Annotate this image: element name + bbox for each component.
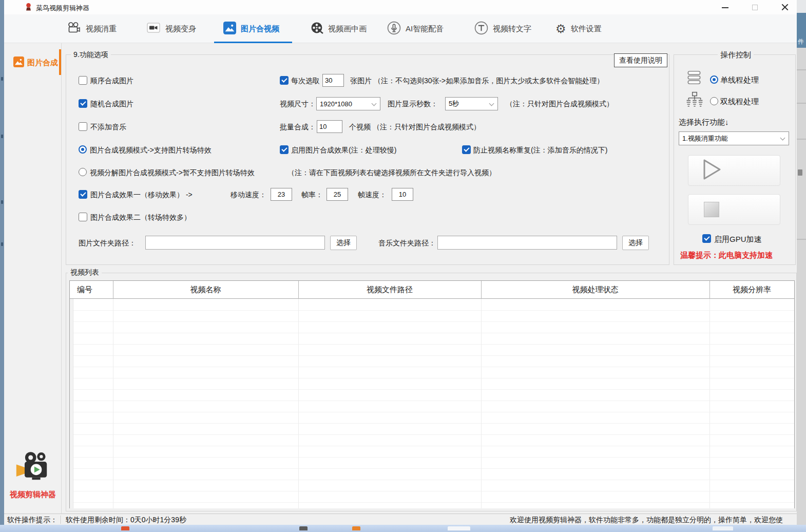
stop-button[interactable] [688, 194, 780, 225]
music-folder-choose-button[interactable]: 选择 [622, 236, 649, 250]
video-size-label: 视频尺寸： [280, 100, 316, 109]
pick-count-note: 张图片 （注：不勾选则30张->如果添加音乐，图片太少或太多软件会智能处理） [350, 77, 604, 86]
video-table-body[interactable] [70, 299, 794, 508]
checkbox-sequential-label[interactable]: 顺序合成图片 [90, 77, 133, 86]
taskbar-icon[interactable] [121, 526, 129, 530]
tab-video-dedupe[interactable]: 视频消重 [67, 14, 117, 43]
video-size-select[interactable]: 1920*1080 [316, 97, 380, 110]
checkbox-sequential[interactable] [79, 76, 87, 85]
music-folder-input[interactable] [437, 236, 617, 250]
start-button[interactable] [688, 155, 780, 186]
frame-rate-input[interactable] [327, 188, 348, 201]
control-group-title: 操作控制 [718, 50, 754, 60]
row-header-strip [70, 281, 73, 508]
checkbox-effect-one-label[interactable]: 图片合成效果一（移动效果） -> [90, 191, 193, 200]
radio-single-thread[interactable] [710, 75, 718, 84]
batch-note: 个视频 （注：只针对图片合成视频模式） [349, 123, 481, 132]
maximize-button[interactable] [744, 0, 766, 14]
checkbox-effect-two-label[interactable]: 图片合成效果二（转场特效多） [90, 213, 191, 222]
video-size-note: （注：只针对图片合成视频模式） [506, 100, 613, 109]
tab-video-transform[interactable]: 视频变身 [146, 14, 196, 43]
options-group-title: 9.功能选项 [71, 50, 111, 60]
window-title: 菜鸟视频剪辑神器 [36, 4, 89, 13]
checkbox-gpu-label[interactable]: 启用GPU加速 [714, 235, 762, 244]
taskbar[interactable] [0, 525, 806, 532]
image-seconds-label: 图片显示秒数： [388, 100, 438, 109]
radio-image-mode-label[interactable]: 图片合成视频模式->支持图片转场特效 [90, 146, 212, 155]
active-tab-underline [214, 42, 292, 43]
help-button[interactable]: 查看使用说明 [614, 53, 667, 67]
radio-dual-thread-label[interactable]: 双线程处理 [720, 97, 759, 107]
video-table[interactable]: 编号 视频名称 视频文件路径 视频处理状态 视频分辨率 [69, 280, 795, 508]
radio-video-decompose-mode[interactable] [79, 168, 87, 176]
checkbox-enable-effect[interactable] [280, 145, 289, 154]
move-speed-label: 移动速度： [231, 191, 266, 200]
tab-video-to-text[interactable]: 视频转文字 [474, 14, 531, 43]
frame-speed-label: 帧速度： [358, 191, 387, 200]
checkbox-random-label[interactable]: 随机合成图片 [90, 100, 133, 109]
col-header-resolution[interactable]: 视频分辨率 [709, 285, 794, 295]
status-divider [61, 516, 61, 524]
tab-label: 软件设置 [571, 24, 602, 34]
col-header-status[interactable]: 视频处理状态 [481, 285, 709, 295]
pick-count-input[interactable] [322, 74, 344, 87]
frame-rate-label: 帧率： [301, 191, 323, 200]
radio-video-decompose-label[interactable]: 视频分解图片合成视频模式->暂不支持图片转场特效 [90, 168, 255, 178]
picture-icon [223, 22, 236, 36]
checkbox-prevent-duplicate[interactable] [462, 145, 471, 154]
tab-settings[interactable]: ⚙ 软件设置 [555, 14, 602, 43]
col-header-name[interactable]: 视频名称 [113, 285, 298, 295]
checkbox-no-music[interactable] [79, 122, 87, 131]
hierarchy-tree-icon [686, 91, 703, 110]
app-logo-icon [25, 3, 32, 13]
radio-dual-thread[interactable] [710, 97, 718, 105]
batch-label: 批量合成： [280, 123, 316, 132]
background-window-edge: 件 [797, 13, 806, 48]
sidebar: 图片合成 视频剪辑神器 [4, 43, 62, 514]
tab-ai-voice[interactable]: AI智能配音 [387, 14, 444, 43]
image-seconds-select[interactable]: 5秒 [445, 97, 498, 110]
status-welcome-text: 欢迎使用视频剪辑神器，软件功能非常多，功能都是独立分明的，操作简单，欢迎您使 [510, 516, 796, 525]
image-folder-label: 图片文件夹路径： [79, 239, 136, 248]
video-list-title: 视频列表 [68, 268, 102, 277]
taskbar-icon[interactable] [713, 526, 733, 530]
app-logo-caption: 视频剪辑神器 [4, 490, 62, 500]
tab-video-pip[interactable]: 视频画中画 [311, 14, 367, 43]
checkbox-pick-count-label[interactable]: 每次选取： [291, 77, 327, 86]
checkbox-pick-count[interactable] [280, 76, 289, 85]
checkbox-effect-one[interactable] [79, 190, 87, 199]
chevron-down-icon [780, 136, 785, 141]
col-header-number[interactable]: 编号 [77, 285, 92, 295]
taskbar-icon[interactable] [352, 526, 360, 530]
batch-input[interactable] [317, 120, 342, 133]
minimize-button[interactable] [714, 0, 737, 14]
move-speed-input[interactable] [271, 188, 292, 201]
chevron-down-icon [372, 101, 377, 106]
screen: { "titlebar": { "title": "菜鸟视频剪辑神器" }, "… [0, 0, 806, 532]
checkbox-enable-effect-label[interactable]: 启用图片合成效果(注：处理较慢) [291, 146, 396, 155]
image-folder-choose-button[interactable]: 选择 [330, 236, 357, 250]
video-decompose-note: （注：请在下面视频列表右键选择视频所在文件夹进行导入视频） [287, 168, 496, 178]
taskbar-icon[interactable] [299, 526, 308, 530]
stop-square-icon [704, 202, 719, 217]
close-button[interactable] [774, 0, 796, 14]
col-header-path[interactable]: 视频文件路径 [298, 285, 481, 295]
taskbar-icon[interactable] [448, 526, 470, 530]
desktop-edge-left [0, 0, 4, 532]
radio-image-mode[interactable] [79, 145, 87, 154]
checkbox-no-music-label[interactable]: 不添加音乐 [90, 123, 126, 132]
checkbox-prevent-duplicate-label[interactable]: 防止视频名称重复(注：添加音乐的情况下) [473, 146, 607, 155]
sidebar-item-image-compose[interactable]: 图片合成 [4, 51, 62, 74]
function-select[interactable]: 1.视频消重功能 [679, 131, 789, 145]
letter-t-icon [474, 21, 488, 37]
image-folder-input[interactable] [145, 236, 325, 250]
radio-single-thread-label[interactable]: 单线程处理 [720, 75, 759, 85]
tab-image-to-video[interactable]: 图片合视频 [223, 14, 279, 43]
frame-speed-input[interactable] [392, 188, 413, 201]
titlebar: 菜鸟视频剪辑神器 [4, 0, 797, 14]
sidebar-item-label: 图片合成 [27, 58, 58, 68]
checkbox-gpu[interactable] [702, 234, 711, 243]
checkbox-effect-two[interactable] [79, 213, 87, 221]
status-time-text: 软件使用剩余时间：0天0小时1分39秒 [66, 516, 186, 525]
checkbox-random[interactable] [79, 99, 87, 108]
